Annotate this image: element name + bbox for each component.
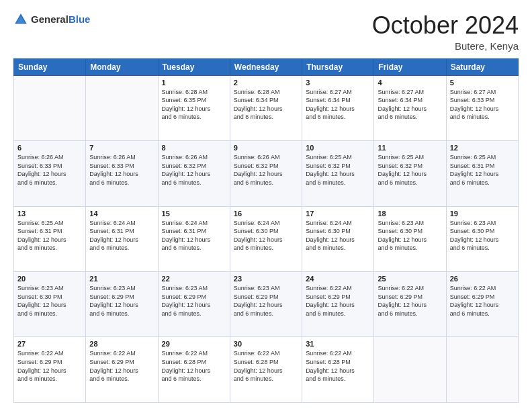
calendar-cell: 12Sunrise: 6:25 AMSunset: 6:31 PMDayligh… [446, 141, 518, 206]
day-number: 17 [306, 210, 370, 218]
header-sunday: Sunday [14, 58, 86, 75]
day-info: Sunrise: 6:24 AMSunset: 6:31 PMDaylight:… [162, 219, 226, 253]
day-info: Sunrise: 6:22 AMSunset: 6:29 PMDaylight:… [17, 349, 82, 383]
calendar-cell [374, 337, 446, 403]
calendar-cell: 14Sunrise: 6:24 AMSunset: 6:31 PMDayligh… [86, 206, 158, 271]
calendar-cell: 11Sunrise: 6:25 AMSunset: 6:32 PMDayligh… [374, 141, 446, 206]
day-info: Sunrise: 6:24 AMSunset: 6:30 PMDaylight:… [306, 219, 370, 253]
calendar-week-row: 27Sunrise: 6:22 AMSunset: 6:29 PMDayligh… [14, 337, 519, 403]
header-saturday: Saturday [446, 58, 518, 75]
location: Butere, Kenya [372, 40, 519, 52]
day-info: Sunrise: 6:25 AMSunset: 6:31 PMDaylight:… [450, 153, 515, 187]
calendar-cell: 3Sunrise: 6:27 AMSunset: 6:34 PMDaylight… [302, 75, 374, 140]
day-number: 12 [450, 144, 515, 152]
header: GeneralBlue October 2024 Butere, Kenya [13, 12, 519, 52]
day-info: Sunrise: 6:28 AMSunset: 6:35 PMDaylight:… [162, 88, 226, 122]
header-thursday: Thursday [302, 58, 374, 75]
calendar-cell: 2Sunrise: 6:28 AMSunset: 6:34 PMDaylight… [230, 75, 302, 140]
calendar: Sunday Monday Tuesday Wednesday Thursday… [13, 58, 519, 403]
day-info: Sunrise: 6:23 AMSunset: 6:30 PMDaylight:… [17, 284, 82, 318]
calendar-cell: 28Sunrise: 6:22 AMSunset: 6:29 PMDayligh… [86, 337, 158, 403]
weekday-header-row: Sunday Monday Tuesday Wednesday Thursday… [14, 58, 519, 75]
calendar-cell: 20Sunrise: 6:23 AMSunset: 6:30 PMDayligh… [14, 272, 86, 337]
header-friday: Friday [374, 58, 446, 75]
day-info: Sunrise: 6:22 AMSunset: 6:29 PMDaylight:… [450, 284, 515, 318]
calendar-cell: 15Sunrise: 6:24 AMSunset: 6:31 PMDayligh… [158, 206, 230, 271]
month-title: October 2024 [372, 12, 519, 39]
day-number: 22 [162, 275, 226, 283]
day-info: Sunrise: 6:23 AMSunset: 6:29 PMDaylight:… [234, 284, 298, 318]
day-number: 6 [17, 144, 82, 152]
day-number: 19 [450, 210, 515, 218]
day-number: 2 [234, 79, 298, 87]
calendar-cell: 16Sunrise: 6:24 AMSunset: 6:30 PMDayligh… [230, 206, 302, 271]
calendar-table: Sunday Monday Tuesday Wednesday Thursday… [13, 58, 519, 403]
calendar-cell: 1Sunrise: 6:28 AMSunset: 6:35 PMDaylight… [158, 75, 230, 140]
day-number: 29 [162, 340, 226, 348]
day-number: 16 [234, 210, 298, 218]
day-info: Sunrise: 6:22 AMSunset: 6:29 PMDaylight:… [378, 284, 442, 318]
page: GeneralBlue October 2024 Butere, Kenya S… [0, 0, 532, 411]
day-info: Sunrise: 6:26 AMSunset: 6:33 PMDaylight:… [17, 153, 82, 187]
calendar-cell: 13Sunrise: 6:25 AMSunset: 6:31 PMDayligh… [14, 206, 86, 271]
day-info: Sunrise: 6:23 AMSunset: 6:30 PMDaylight:… [450, 219, 515, 253]
day-info: Sunrise: 6:22 AMSunset: 6:28 PMDaylight:… [234, 349, 298, 383]
day-number: 8 [162, 144, 226, 152]
day-number: 15 [162, 210, 226, 218]
day-number: 7 [89, 144, 154, 152]
day-number: 5 [450, 79, 515, 87]
day-info: Sunrise: 6:24 AMSunset: 6:31 PMDaylight:… [89, 219, 154, 253]
day-info: Sunrise: 6:23 AMSunset: 6:30 PMDaylight:… [378, 219, 442, 253]
day-info: Sunrise: 6:23 AMSunset: 6:29 PMDaylight:… [89, 284, 154, 318]
calendar-cell: 25Sunrise: 6:22 AMSunset: 6:29 PMDayligh… [374, 272, 446, 337]
calendar-cell: 7Sunrise: 6:26 AMSunset: 6:33 PMDaylight… [86, 141, 158, 206]
day-info: Sunrise: 6:28 AMSunset: 6:34 PMDaylight:… [234, 88, 298, 122]
day-number: 10 [306, 144, 370, 152]
calendar-cell: 10Sunrise: 6:25 AMSunset: 6:32 PMDayligh… [302, 141, 374, 206]
day-number: 26 [450, 275, 515, 283]
day-info: Sunrise: 6:22 AMSunset: 6:28 PMDaylight:… [306, 349, 370, 383]
calendar-cell: 31Sunrise: 6:22 AMSunset: 6:28 PMDayligh… [302, 337, 374, 403]
day-number: 23 [234, 275, 298, 283]
calendar-week-row: 6Sunrise: 6:26 AMSunset: 6:33 PMDaylight… [14, 141, 519, 206]
calendar-cell: 6Sunrise: 6:26 AMSunset: 6:33 PMDaylight… [14, 141, 86, 206]
day-number: 25 [378, 275, 442, 283]
header-tuesday: Tuesday [158, 58, 230, 75]
day-info: Sunrise: 6:27 AMSunset: 6:34 PMDaylight:… [378, 88, 442, 122]
calendar-cell: 27Sunrise: 6:22 AMSunset: 6:29 PMDayligh… [14, 337, 86, 403]
day-number: 24 [306, 275, 370, 283]
calendar-cell: 17Sunrise: 6:24 AMSunset: 6:30 PMDayligh… [302, 206, 374, 271]
day-info: Sunrise: 6:26 AMSunset: 6:32 PMDaylight:… [234, 153, 298, 187]
day-number: 13 [17, 210, 82, 218]
calendar-cell: 19Sunrise: 6:23 AMSunset: 6:30 PMDayligh… [446, 206, 518, 271]
calendar-cell: 29Sunrise: 6:22 AMSunset: 6:28 PMDayligh… [158, 337, 230, 403]
day-number: 9 [234, 144, 298, 152]
day-number: 20 [17, 275, 82, 283]
calendar-cell: 4Sunrise: 6:27 AMSunset: 6:34 PMDaylight… [374, 75, 446, 140]
calendar-cell: 24Sunrise: 6:22 AMSunset: 6:29 PMDayligh… [302, 272, 374, 337]
calendar-cell [446, 337, 518, 403]
header-monday: Monday [86, 58, 158, 75]
logo-general: GeneralBlue [31, 13, 90, 26]
calendar-cell: 23Sunrise: 6:23 AMSunset: 6:29 PMDayligh… [230, 272, 302, 337]
day-number: 28 [89, 340, 154, 348]
calendar-cell: 21Sunrise: 6:23 AMSunset: 6:29 PMDayligh… [86, 272, 158, 337]
day-info: Sunrise: 6:23 AMSunset: 6:29 PMDaylight:… [162, 284, 226, 318]
day-number: 31 [306, 340, 370, 348]
day-number: 3 [306, 79, 370, 87]
day-info: Sunrise: 6:27 AMSunset: 6:33 PMDaylight:… [450, 88, 515, 122]
calendar-cell [86, 75, 158, 140]
calendar-cell: 5Sunrise: 6:27 AMSunset: 6:33 PMDaylight… [446, 75, 518, 140]
calendar-cell: 30Sunrise: 6:22 AMSunset: 6:28 PMDayligh… [230, 337, 302, 403]
day-info: Sunrise: 6:22 AMSunset: 6:29 PMDaylight:… [306, 284, 370, 318]
day-info: Sunrise: 6:25 AMSunset: 6:32 PMDaylight:… [378, 153, 442, 187]
day-info: Sunrise: 6:27 AMSunset: 6:34 PMDaylight:… [306, 88, 370, 122]
header-wednesday: Wednesday [230, 58, 302, 75]
calendar-cell: 8Sunrise: 6:26 AMSunset: 6:32 PMDaylight… [158, 141, 230, 206]
calendar-week-row: 1Sunrise: 6:28 AMSunset: 6:35 PMDaylight… [14, 75, 519, 140]
calendar-cell [14, 75, 86, 140]
day-info: Sunrise: 6:22 AMSunset: 6:29 PMDaylight:… [89, 349, 154, 383]
day-info: Sunrise: 6:24 AMSunset: 6:30 PMDaylight:… [234, 219, 298, 253]
calendar-cell: 18Sunrise: 6:23 AMSunset: 6:30 PMDayligh… [374, 206, 446, 271]
day-number: 18 [378, 210, 442, 218]
